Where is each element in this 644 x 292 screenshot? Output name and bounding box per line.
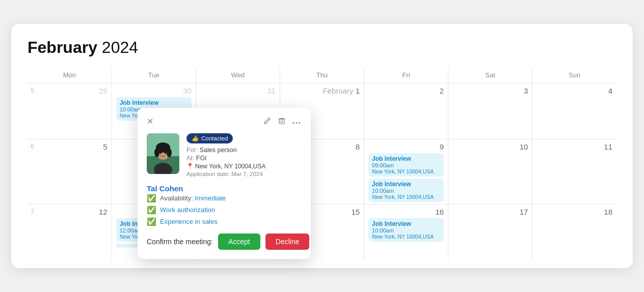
day-number: 12 xyxy=(32,208,108,216)
day-number: 29 xyxy=(32,86,108,95)
popup-info: 👍 Contacted For: Sales person At: FGI 📍 … xyxy=(186,133,302,177)
svg-point-13 xyxy=(165,151,167,154)
week-number: 7 xyxy=(31,208,34,215)
day-number: 31 xyxy=(200,86,276,95)
weekday-tue: Tue xyxy=(112,67,196,83)
svg-point-2 xyxy=(296,122,297,124)
weekday-fri: Fri xyxy=(364,67,448,83)
event-card[interactable]: Job Interview 09:00am New York, NY 10004… xyxy=(368,153,444,177)
calendar-cell: 9 Job Interview 09:00am New York, NY 100… xyxy=(364,139,448,204)
calendar-header: February 2024 xyxy=(28,38,616,57)
week-row: 5 29 30 Job Interview 10:00am New York, … xyxy=(28,83,616,139)
svg-point-1 xyxy=(292,122,294,124)
check-label: Work authorization xyxy=(160,206,215,214)
popup-overlay: ✕ xyxy=(138,108,311,259)
delete-button[interactable] xyxy=(277,116,286,127)
popup-person: 👍 Contacted For: Sales person At: FGI 📍 … xyxy=(147,133,302,177)
day-number: 11 xyxy=(536,142,612,151)
calendar-cell: 7 12 xyxy=(28,204,112,260)
weekday-thu: Thu xyxy=(280,67,364,83)
weekday-mon: Mon xyxy=(28,67,112,83)
check-icon: ✅ xyxy=(147,206,156,215)
popup-for-line: For: Sales person xyxy=(186,147,302,154)
check-label: Experience in sales xyxy=(160,218,218,225)
event-card[interactable]: Job Interview 10:00am New York, NY 10004… xyxy=(368,179,444,202)
day-number: 10 xyxy=(452,142,528,151)
svg-point-11 xyxy=(167,148,172,157)
check-item-experience: ✅ Experience in sales xyxy=(147,217,302,226)
check-icon: ✅ xyxy=(147,194,156,203)
calendar-cell: 6 5 xyxy=(28,139,112,204)
event-title: Job Interview xyxy=(372,155,440,162)
close-button[interactable]: ✕ xyxy=(147,118,153,126)
more-button[interactable] xyxy=(291,116,302,127)
calendar-cell: 3 xyxy=(448,83,532,139)
day-number: 30 xyxy=(116,86,192,95)
edit-button[interactable] xyxy=(262,116,272,127)
calendar-cell: 11 xyxy=(532,139,616,204)
calendar-cell: 10 xyxy=(448,139,532,204)
confirm-label: Confirm the meeting: xyxy=(147,238,213,246)
event-title: Job Interview xyxy=(372,181,440,188)
calendar-title: February 2024 xyxy=(28,38,616,57)
calendar-grid: Mon Tue Wed Thu Fri Sat Sun 5 29 30 Job … xyxy=(28,67,616,260)
calendar-cell: 4 xyxy=(532,83,616,139)
day-number: 9 xyxy=(368,142,444,151)
for-label: For: xyxy=(186,147,200,154)
event-location: New York, NY 10004,USA xyxy=(372,233,440,240)
day-number: February 1 xyxy=(284,86,360,95)
accept-button[interactable]: Accept xyxy=(218,233,260,250)
calendar-cell: 17 xyxy=(448,204,532,260)
year-label: 2024 xyxy=(102,38,138,56)
calendar-cell: 18 xyxy=(532,204,616,260)
for-value: Sales person xyxy=(200,147,237,154)
event-location: New York, NY 10004,USA xyxy=(372,168,440,174)
popup-location-line: 📍 New York, NY 10004,USA xyxy=(186,163,302,170)
day-number: 4 xyxy=(536,86,612,95)
week-number: 5 xyxy=(31,87,34,94)
popup-checks: ✅ Availability: Immediate ✅ Work authori… xyxy=(147,194,302,226)
decline-button[interactable]: Decline xyxy=(265,233,310,250)
day-number: 3 xyxy=(452,86,528,95)
svg-point-3 xyxy=(299,122,300,124)
week-row: 6 5 6 7 8 9 Job Interview 09:00am xyxy=(28,139,616,204)
month-label: February xyxy=(28,38,97,56)
application-date: Application date: Mar 7, 2024 xyxy=(186,171,302,177)
calendar-cell: 5 29 xyxy=(28,83,112,139)
popup-toolbar: ✕ xyxy=(147,116,302,127)
check-label: Availability: Immediate xyxy=(160,194,226,202)
day-number: 17 xyxy=(452,208,528,216)
check-item-work-auth: ✅ Work authorization xyxy=(147,206,302,215)
at-label: At: xyxy=(186,155,196,162)
popup: ✕ xyxy=(138,108,311,259)
weekday-wed: Wed xyxy=(196,67,280,83)
weekday-sat: Sat xyxy=(448,67,532,83)
event-card[interactable]: Job Interview 10:00am New York, NY 10004… xyxy=(368,218,444,242)
event-time: 10:00am xyxy=(372,188,440,194)
check-item-availability: ✅ Availability: Immediate xyxy=(147,194,302,203)
calendar-cell: 2 xyxy=(364,83,448,139)
calendar-cell: 16 Job Interview 10:00am New York, NY 10… xyxy=(364,204,448,260)
svg-point-12 xyxy=(159,151,162,154)
event-time: 10:00am xyxy=(372,227,440,233)
event-time: 09:00am xyxy=(372,162,440,168)
toolbar-actions xyxy=(262,116,302,127)
person-name-link[interactable]: Tal Cohen xyxy=(147,184,302,193)
day-number: 2 xyxy=(368,86,444,95)
svg-rect-0 xyxy=(279,119,284,124)
status-label: Contacted xyxy=(201,135,228,141)
popup-at-line: At: FGI xyxy=(186,155,302,162)
status-badge: 👍 Contacted xyxy=(186,133,233,143)
pin-icon: 📍 xyxy=(186,163,194,169)
calendar-container: February 2024 Mon Tue Wed Thu Fri Sat Su… xyxy=(11,24,633,269)
event-title: Job Interview xyxy=(372,220,440,227)
location-value: New York, NY 10004,USA xyxy=(195,163,266,170)
week-row: 7 12 13 Job Interview 12:00am New York, … xyxy=(28,204,616,260)
check-icon: ✅ xyxy=(147,217,156,226)
month-mini-label: February xyxy=(323,86,354,95)
day-number: 5 xyxy=(32,142,108,151)
event-location: New York, NY 10004,USA xyxy=(372,194,440,200)
week-number: 6 xyxy=(31,143,34,150)
popup-confirm-section: Confirm the meeting: Accept Decline xyxy=(147,233,302,250)
svg-point-10 xyxy=(154,148,159,157)
